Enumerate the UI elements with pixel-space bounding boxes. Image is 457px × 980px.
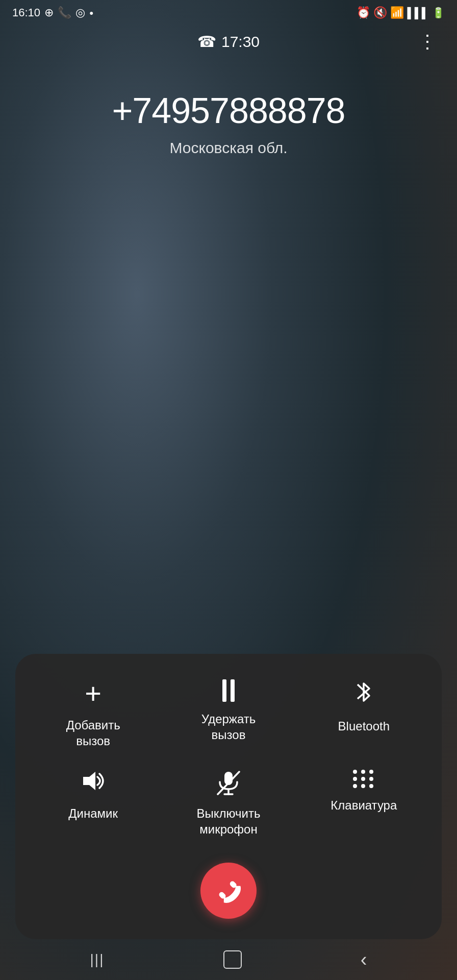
phone-icon: ☎	[197, 33, 216, 51]
screen: 16:10 ⊕ 📞 ◎ ● ⏰ 🔇 📶 ▌▌▌ 🔋 ☎ 17:30 ⋮ +749…	[0, 0, 457, 980]
call-duration: 17:30	[221, 33, 260, 51]
mute-button[interactable]: Выключитьмикрофон	[166, 770, 291, 837]
speaker-label: Динамик	[68, 805, 118, 821]
alarm-icon: ⏰	[357, 6, 370, 19]
mute-icon	[217, 770, 240, 796]
add-call-label: Добавитьвызов	[66, 717, 120, 749]
phone-status-icon: 📞	[58, 6, 71, 19]
mute-icon: 🔇	[373, 6, 387, 19]
phone-area: +74957888878 Московская обл.	[0, 60, 457, 654]
caller-region: Московская обл.	[169, 139, 287, 157]
nav-bar: ||| ‹	[0, 939, 457, 980]
battery-icon: 🔋	[432, 7, 445, 19]
home-nav-button[interactable]	[223, 950, 242, 969]
status-right: ⏰ 🔇 📶 ▌▌▌ 🔋	[357, 6, 445, 19]
status-left: 16:10 ⊕ 📞 ◎ ●	[12, 6, 94, 19]
hold-call-label: Удержатьвызов	[201, 711, 256, 743]
signal-icon: ▌▌▌	[407, 7, 429, 19]
status-bar: 16:10 ⊕ 📞 ◎ ● ⏰ 🔇 📶 ▌▌▌ 🔋	[0, 0, 457, 23]
speaker-icon	[80, 770, 107, 796]
bluetooth-label: Bluetooth	[338, 718, 390, 734]
bluetooth-icon	[355, 679, 372, 709]
controls-grid: + Добавитьвызов Удержатьвызов Bluetooth	[31, 679, 426, 837]
svg-marker-0	[83, 772, 95, 790]
keypad-button[interactable]: Клавиатура	[301, 770, 426, 837]
whatsapp-icon: ⊕	[44, 6, 54, 19]
speaker-button[interactable]: Динамик	[31, 770, 156, 837]
phone-number: +74957888878	[112, 90, 345, 131]
call-panel: + Добавитьвызов Удержатьвызов Bluetooth	[15, 654, 442, 939]
add-call-icon: +	[85, 679, 101, 708]
end-call-row	[31, 863, 426, 919]
time-display: 16:10	[12, 6, 40, 19]
recents-nav-button[interactable]: |||	[90, 951, 105, 968]
end-call-icon	[208, 870, 249, 912]
mute-label: Выключитьмикрофон	[197, 805, 261, 837]
call-timer: ☎ 17:30	[197, 33, 260, 51]
dot-icon: ●	[89, 9, 93, 17]
keypad-icon	[353, 770, 374, 788]
back-nav-button[interactable]: ‹	[361, 949, 367, 971]
end-call-button[interactable]	[200, 863, 257, 919]
hold-call-button[interactable]: Удержатьвызов	[166, 679, 291, 749]
keypad-label: Клавиатура	[331, 797, 397, 813]
person-dot-icon: ◎	[75, 6, 85, 19]
menu-button[interactable]: ⋮	[418, 31, 437, 53]
add-call-button[interactable]: + Добавитьвызов	[31, 679, 156, 749]
wifi-icon: 📶	[390, 6, 404, 19]
bluetooth-button[interactable]: Bluetooth	[301, 679, 426, 749]
pause-icon	[222, 679, 235, 702]
top-bar: ☎ 17:30 ⋮	[0, 23, 457, 60]
